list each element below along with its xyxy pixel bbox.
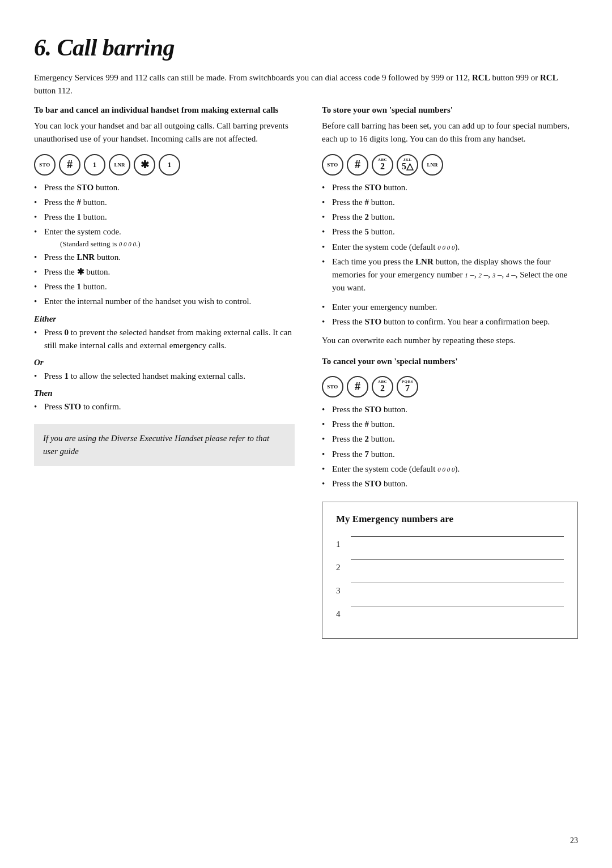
- instr-cancel-3: Press the 2 button.: [322, 433, 578, 446]
- instr-store-6: Each time you press the LNR button, the …: [322, 255, 578, 295]
- sto-button-3: STO: [322, 376, 343, 397]
- instr-bar-1: Press the STO button.: [34, 181, 295, 194]
- page-number: 23: [570, 836, 578, 845]
- one-button-1: 1: [84, 154, 105, 176]
- lnr-button-1: LNR: [109, 154, 130, 176]
- emergency-line-2: [351, 559, 564, 560]
- emergency-label-1: 1: [336, 540, 346, 549]
- emergency-row-1: 1: [336, 536, 564, 549]
- instructions-store: Press the STO button. Press the # button…: [322, 181, 578, 295]
- instructions-store-2: Enter your emergency number. Press the S…: [322, 301, 578, 329]
- chapter-number: 6.: [34, 35, 52, 61]
- heading-store: To store your own 'special numbers': [322, 104, 578, 117]
- instr-cancel-1: Press the STO button.: [322, 403, 578, 416]
- heading-bar: To bar and cancel an individual handset …: [34, 104, 295, 117]
- diverse-handset-note: If you are using the Diverse Executive H…: [34, 424, 295, 467]
- instr-or: Press 1 to allow the selected handset ma…: [34, 370, 295, 383]
- emergency-box-title: My Emergency numbers are: [336, 514, 564, 525]
- overwrite-text: You can overwrite each number by repeati…: [322, 334, 578, 347]
- emergency-row-4: 4: [336, 606, 564, 619]
- emergency-row-2: 2: [336, 559, 564, 572]
- instr-bar-6: Press the ✱ button.: [34, 266, 295, 279]
- intro-paragraph: Emergency Services 999 and 112 calls can…: [34, 71, 578, 98]
- instr-cancel-5: Enter the system code (default 0 0 0 0).: [322, 463, 578, 476]
- rcl-bold-1: RCL: [472, 73, 490, 82]
- emergency-label-4: 4: [336, 609, 346, 619]
- hash-button-2: #: [347, 154, 368, 176]
- emergency-row-3: 3: [336, 583, 564, 596]
- instr-either: Press 0 to prevent the selected handset …: [34, 326, 295, 353]
- right-column: To store your own 'special numbers' Befo…: [322, 104, 578, 835]
- two-button-store: ABC 2: [372, 154, 393, 176]
- instructions-then: Press STO to confirm.: [34, 400, 295, 413]
- button-row-cancel: STO # ABC 2 PQRS 7: [322, 376, 578, 397]
- instr-store-7: Enter your emergency number.: [322, 301, 578, 314]
- bar-intro: You can lock your handset and bar all ou…: [34, 119, 295, 146]
- instr-store-1: Press the STO button.: [322, 181, 578, 194]
- instructions-cancel: Press the STO button. Press the # button…: [322, 403, 578, 491]
- chapter-title-text: Call barring: [57, 35, 175, 61]
- button-row-store: STO # ABC 2 JKL 5△ LNR: [322, 154, 578, 176]
- instr-bar-5: Press the LNR button.: [34, 251, 295, 264]
- lnr-button-2: LNR: [422, 154, 443, 176]
- two-button-cancel: ABC 2: [372, 376, 393, 397]
- instr-store-5: Enter the system code (default 0 0 0 0).: [322, 241, 578, 254]
- instr-store-8: Press the STO button to confirm. You hea…: [322, 315, 578, 328]
- instr-store-4: Press the 5 button.: [322, 225, 578, 238]
- instr-bar-7: Press the 1 button.: [34, 280, 295, 293]
- instructions-or: Press 1 to allow the selected handset ma…: [34, 370, 295, 383]
- instr-store-3: Press the 2 button.: [322, 211, 578, 224]
- instructions-either: Press 0 to prevent the selected handset …: [34, 326, 295, 353]
- instr-bar-2: Press the # button.: [34, 196, 295, 209]
- button-row-bar: STO # 1 LNR ✱ 1: [34, 154, 295, 176]
- rcl-bold-2: RCL: [540, 73, 558, 82]
- instr-bar-3: Press the 1 button.: [34, 211, 295, 224]
- or-label: Or: [34, 358, 295, 367]
- hash-button-3: #: [347, 376, 368, 397]
- either-label: Either: [34, 314, 295, 324]
- emergency-line-4: [351, 606, 564, 606]
- sto-button-1: STO: [34, 154, 56, 176]
- emergency-label-2: 2: [336, 563, 346, 572]
- emergency-line-3: [351, 583, 564, 583]
- hash-button-1: #: [59, 154, 80, 176]
- seven-button-cancel: PQRS 7: [397, 376, 418, 397]
- store-intro: Before call barring has been set, you ca…: [322, 119, 578, 146]
- chapter-title: 6. Call barring: [34, 34, 578, 61]
- instr-cancel-6: Press the STO button.: [322, 477, 578, 490]
- instr-bar-4: Enter the system code. (Standard setting…: [34, 225, 295, 249]
- instr-cancel-2: Press the # button.: [322, 418, 578, 431]
- emergency-line-1: [351, 536, 564, 537]
- then-label: Then: [34, 388, 295, 398]
- one-button-2: 1: [159, 154, 180, 176]
- sto-button-2: STO: [322, 154, 343, 176]
- emergency-label-3: 3: [336, 586, 346, 596]
- system-code-sub: (Standard setting is 0 0 0 0.): [44, 239, 295, 249]
- left-column: To bar and cancel an individual handset …: [34, 104, 295, 835]
- instr-bar-8: Enter the internal number of the handset…: [34, 295, 295, 308]
- instr-cancel-4: Press the 7 button.: [322, 448, 578, 461]
- note-text: If you are using the Diverse Executive H…: [43, 434, 269, 456]
- heading-cancel: To cancel your own 'special numbers': [322, 355, 578, 368]
- instr-then: Press STO to confirm.: [34, 400, 295, 413]
- instr-store-2: Press the # button.: [322, 196, 578, 209]
- star-button-1: ✱: [134, 154, 155, 176]
- instructions-bar: Press the STO button. Press the # button…: [34, 181, 295, 309]
- emergency-numbers-box: My Emergency numbers are 1 2 3 4: [322, 502, 578, 639]
- five-button-store: JKL 5△: [397, 154, 418, 176]
